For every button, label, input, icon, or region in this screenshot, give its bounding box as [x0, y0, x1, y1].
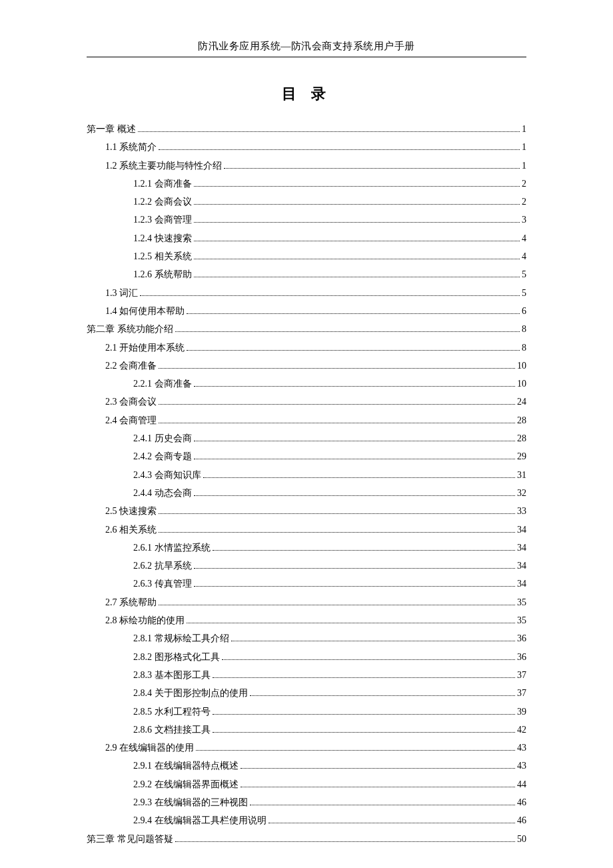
toc-dot-leader [194, 270, 520, 277]
toc-entry[interactable]: 2.6 相关系统34 [87, 521, 526, 539]
toc-entry[interactable]: 2.6.2 抗旱系统34 [87, 557, 526, 575]
toc-entry[interactable]: 2.3 会商会议24 [87, 393, 526, 411]
toc-entry[interactable]: 2.8 标绘功能的使用35 [87, 611, 526, 629]
toc-entry-label: 2.9.2 在线编辑器界面概述 [133, 775, 239, 793]
toc-entry[interactable]: 2.2 会商准备10 [87, 357, 526, 375]
toc-dot-leader [194, 234, 520, 241]
toc-dot-leader [159, 507, 515, 514]
toc-entry-page: 46 [517, 811, 526, 829]
toc-entry[interactable]: 2.8.1 常规标绘工具介绍36 [87, 629, 526, 647]
toc-entry[interactable]: 2.4 会商管理28 [87, 411, 526, 429]
toc-entry-label: 第二章 系统功能介绍 [87, 320, 173, 338]
toc-entry[interactable]: 2.4.1 历史会商28 [87, 429, 526, 447]
toc-entry-page: 2 [522, 193, 526, 211]
toc-dot-leader [187, 616, 515, 623]
toc-entry-label: 1.2.4 快速搜索 [133, 229, 192, 247]
toc-entry-label: 2.9.3 在线编辑器的三种视图 [133, 793, 248, 811]
toc-dot-leader [231, 634, 516, 641]
toc-entry[interactable]: 2.6.1 水情监控系统34 [87, 539, 526, 557]
toc-entry-label: 2.4.4 动态会商 [133, 484, 192, 502]
toc-dot-leader [196, 743, 515, 751]
toc-entry[interactable]: 2.9.3 在线编辑器的三种视图46 [87, 793, 526, 811]
toc-entry[interactable]: 2.1 开始使用本系统8 [87, 339, 526, 357]
toc-entry[interactable]: 1.2.1 会商准备2 [87, 175, 526, 193]
toc-entry[interactable]: 2.8.5 水利工程符号39 [87, 703, 526, 721]
toc-entry[interactable]: 2.8.6 文档挂接工具42 [87, 721, 526, 739]
toc-entry[interactable]: 1.2.6 系统帮助5 [87, 265, 526, 283]
toc-dot-leader [175, 325, 520, 332]
toc-entry-page: 34 [517, 557, 526, 575]
toc-entry-label: 2.6 相关系统 [105, 521, 157, 539]
toc-dot-leader [194, 434, 516, 441]
toc-entry[interactable]: 2.9.1 在线编辑器特点概述43 [87, 757, 526, 775]
toc-dot-leader [159, 598, 515, 605]
toc-dot-leader [250, 689, 516, 696]
toc-entry-label: 2.4.1 历史会商 [133, 429, 192, 447]
toc-entry[interactable]: 2.8.2 图形格式化工具36 [87, 648, 526, 666]
toc-entry-page: 36 [517, 629, 526, 647]
toc-entry[interactable]: 2.4.4 动态会商32 [87, 484, 526, 502]
toc-entry[interactable]: 1.3 词汇5 [87, 284, 526, 302]
toc-entry[interactable]: 第三章 常见问题答疑50 [87, 830, 526, 848]
toc-entry[interactable]: 2.9.4 在线编辑器工具栏使用说明46 [87, 811, 526, 829]
toc-entry-page: 39 [517, 703, 526, 721]
toc-entry[interactable]: 1.2.5 相关系统4 [87, 247, 526, 265]
toc-entry-label: 2.8.6 文档挂接工具 [133, 721, 211, 739]
toc-dot-leader [213, 707, 516, 714]
toc-entry[interactable]: 1.2.2 会商会议2 [87, 193, 526, 211]
toc-dot-leader [194, 489, 516, 496]
toc-entry[interactable]: 第一章 概述1 [87, 120, 526, 138]
toc-entry-page: 29 [517, 447, 526, 465]
toc-entry-label: 2.9.1 在线编辑器特点概述 [133, 757, 239, 775]
toc-entry[interactable]: 1.1 系统简介1 [87, 138, 526, 156]
toc-entry-label: 2.4.3 会商知识库 [133, 466, 201, 484]
toc-entry-label: 2.9.4 在线编辑器工具栏使用说明 [133, 811, 267, 829]
toc-entry[interactable]: 2.9.2 在线编辑器界面概述44 [87, 775, 526, 793]
toc-dot-leader [213, 725, 516, 733]
toc-entry-page: 31 [517, 466, 526, 484]
toc-dot-leader [159, 525, 515, 532]
toc-entry[interactable]: 1.2.3 会商管理3 [87, 211, 526, 229]
toc-entry-label: 2.5 快速搜索 [105, 502, 157, 520]
toc-entry[interactable]: 2.6.3 传真管理34 [87, 575, 526, 593]
toc-dot-leader [187, 343, 520, 350]
toc-entry-label: 1.2.3 会商管理 [133, 211, 192, 229]
toc-dot-leader [213, 543, 516, 551]
toc-entry[interactable]: 2.8.4 关于图形控制点的使用37 [87, 684, 526, 702]
toc-entry[interactable]: 2.7 系统帮助35 [87, 593, 526, 611]
toc-entry[interactable]: 2.5 快速搜索33 [87, 502, 526, 520]
toc-entry[interactable]: 2.9 在线编辑器的使用43 [87, 739, 526, 757]
toc-list: 第一章 概述11.1 系统简介11.2 系统主要功能与特性介绍11.2.1 会商… [87, 120, 526, 848]
toc-entry[interactable]: 1.2 系统主要功能与特性介绍1 [87, 157, 526, 175]
toc-entry-label: 1.2.6 系统帮助 [133, 265, 192, 283]
toc-dot-leader [140, 288, 520, 295]
toc-entry-page: 4 [522, 247, 526, 265]
toc-entry-label: 1.1 系统简介 [105, 138, 157, 156]
toc-entry-page: 37 [517, 684, 526, 702]
toc-entry-label: 1.3 词汇 [105, 284, 138, 302]
toc-entry-page: 43 [517, 739, 526, 757]
toc-entry[interactable]: 1.2.4 快速搜索4 [87, 229, 526, 247]
toc-dot-leader [194, 561, 516, 569]
toc-dot-leader [159, 361, 515, 369]
toc-entry-page: 1 [522, 157, 526, 175]
toc-entry-page: 4 [522, 229, 526, 247]
toc-dot-leader [269, 816, 516, 823]
toc-entry-page: 3 [522, 211, 526, 229]
toc-entry[interactable]: 2.8.3 基本图形工具37 [87, 666, 526, 684]
toc-entry-page: 1 [522, 138, 526, 156]
toc-dot-leader [194, 215, 520, 223]
toc-entry[interactable]: 2.4.2 会商专题29 [87, 447, 526, 465]
toc-entry[interactable]: 第二章 系统功能介绍8 [87, 320, 526, 338]
toc-entry[interactable]: 2.4.3 会商知识库31 [87, 466, 526, 484]
toc-dot-leader [194, 452, 516, 459]
toc-entry-page: 5 [522, 265, 526, 283]
toc-entry-label: 1.2 系统主要功能与特性介绍 [105, 157, 222, 175]
toc-entry[interactable]: 1.4 如何使用本帮助6 [87, 302, 526, 320]
toc-entry-label: 2.8.1 常规标绘工具介绍 [133, 629, 229, 647]
page-header-title: 防汛业务应用系统—防汛会商支持系统用户手册 [87, 40, 526, 53]
toc-entry-page: 50 [517, 830, 526, 848]
toc-entry[interactable]: 2.2.1 会商准备10 [87, 375, 526, 393]
toc-entry-page: 6 [522, 302, 526, 320]
toc-dot-leader [194, 579, 516, 587]
